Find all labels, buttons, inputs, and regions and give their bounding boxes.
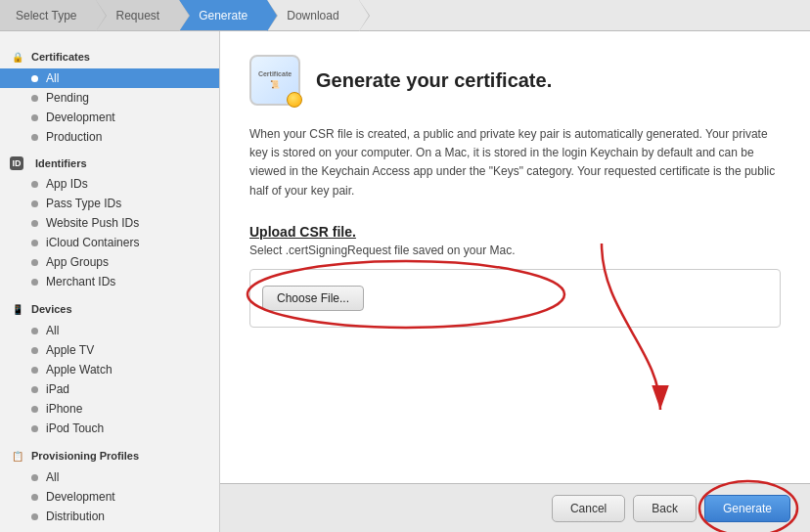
sidebar-item-development[interactable]: Development xyxy=(0,108,219,127)
sidebar-item-devices-all[interactable]: All xyxy=(0,321,219,340)
sidebar-item-label: Pass Type IDs xyxy=(46,197,121,210)
sidebar-item-label: Production xyxy=(46,130,102,144)
choose-file-button[interactable]: Choose File... xyxy=(262,286,364,311)
item-dot xyxy=(31,181,38,188)
sidebar-item-label: iCloud Containers xyxy=(46,236,139,249)
identifiers-icon: ID xyxy=(10,156,23,170)
sidebar-item-label: iPhone xyxy=(46,402,82,416)
file-upload-box: Choose File... xyxy=(249,269,781,328)
cert-badge xyxy=(287,92,302,108)
cert-icon-text: Certificate 📜 xyxy=(258,70,292,90)
sidebar-item-ipodtouch[interactable]: iPod Touch xyxy=(0,419,219,438)
sidebar-item-label: Apple Watch xyxy=(46,363,112,377)
sidebar-item-label: All xyxy=(46,324,59,337)
sidebar-item-passtypeids[interactable]: Pass Type IDs xyxy=(0,194,219,213)
certificate-icon: Certificate 📜 xyxy=(249,55,300,106)
item-dot xyxy=(31,513,38,520)
provisioning-icon: 📋 xyxy=(10,448,25,464)
generate-description: When your CSR file is created, a public … xyxy=(249,125,781,200)
sidebar-section-provisioning: 📋 Provisioning Profiles xyxy=(0,442,219,467)
item-dot xyxy=(31,75,38,82)
item-dot xyxy=(31,425,38,432)
sidebar-item-label: Website Push IDs xyxy=(46,216,139,230)
item-dot xyxy=(31,347,38,354)
sidebar-item-label: Distribution xyxy=(46,510,105,523)
sidebar-item-label: Development xyxy=(46,490,115,504)
item-dot xyxy=(31,386,38,393)
sidebar-item-label: iPad xyxy=(46,382,69,396)
sidebar-item-websitepushids[interactable]: Website Push IDs xyxy=(0,213,219,233)
sidebar-item-pending[interactable]: Pending xyxy=(0,88,219,108)
main-layout: 🔒 Certificates All Pending Development P… xyxy=(0,31,810,532)
wizard-step-label: Select Type xyxy=(16,9,76,22)
back-button[interactable]: Back xyxy=(633,495,697,522)
sidebar-item-appids[interactable]: App IDs xyxy=(0,174,219,194)
sidebar-item-merchantids[interactable]: Merchant IDs xyxy=(0,272,219,291)
sidebar-item-label: App IDs xyxy=(46,177,88,191)
sidebar-item-appletv[interactable]: Apple TV xyxy=(0,340,219,360)
sidebar-item-label: Pending xyxy=(46,91,89,105)
sidebar-item-label: All xyxy=(46,71,59,85)
sidebar-section-label: Provisioning Profiles xyxy=(31,450,139,462)
sidebar-section-label: Devices xyxy=(31,303,72,315)
item-dot xyxy=(31,240,38,246)
sidebar-item-label: App Groups xyxy=(46,255,109,269)
item-dot xyxy=(31,279,38,286)
generate-header: Certificate 📜 Generate your certificate. xyxy=(249,55,781,106)
item-dot xyxy=(31,200,38,207)
sidebar-item-production[interactable]: Production xyxy=(0,127,219,147)
upload-section-title: Upload CSR file. xyxy=(249,224,781,240)
sidebar-section-certificates: 🔒 Certificates xyxy=(0,43,219,68)
wizard-step-generate[interactable]: Generate xyxy=(179,0,267,30)
sidebar-item-ipad[interactable]: iPad xyxy=(0,379,219,399)
item-dot xyxy=(31,474,38,481)
item-dot xyxy=(31,406,38,413)
sidebar-item-label: Apple TV xyxy=(46,343,94,357)
wizard-step-request[interactable]: Request xyxy=(96,0,179,30)
item-dot xyxy=(31,259,38,266)
wizard-step-label: Generate xyxy=(199,9,248,22)
sidebar-item-profiles-distribution[interactable]: Distribution xyxy=(0,507,219,526)
sidebar-section-devices: 📱 Devices xyxy=(0,295,219,321)
page-title: Generate your certificate. xyxy=(316,69,552,92)
sidebar-section-label: Identifiers xyxy=(35,157,87,169)
sidebar: 🔒 Certificates All Pending Development P… xyxy=(0,31,220,532)
sidebar-item-profiles-all[interactable]: All xyxy=(0,467,219,487)
certificates-icon: 🔒 xyxy=(10,49,25,65)
generate-button[interactable]: Generate xyxy=(704,495,790,522)
item-dot xyxy=(31,95,38,102)
item-dot xyxy=(31,328,38,334)
item-dot xyxy=(31,114,38,121)
item-dot xyxy=(31,367,38,374)
sidebar-item-label: Merchant IDs xyxy=(46,275,115,288)
bottom-bar: Cancel Back Generate xyxy=(220,483,810,532)
content-area: Certificate 📜 Generate your certificate.… xyxy=(220,31,810,532)
wizard-step-label: Download xyxy=(287,9,338,22)
cancel-button[interactable]: Cancel xyxy=(552,495,625,522)
sidebar-item-iphone[interactable]: iPhone xyxy=(0,399,219,419)
item-dot xyxy=(31,220,38,227)
sidebar-item-label: Development xyxy=(46,111,115,124)
sidebar-item-profiles-development[interactable]: Development xyxy=(0,487,219,507)
sidebar-item-applewatch[interactable]: Apple Watch xyxy=(0,360,219,379)
sidebar-item-label: All xyxy=(46,470,59,484)
wizard-step-download[interactable]: Download xyxy=(267,0,358,30)
wizard-bar: Select Type Request Generate Download xyxy=(0,0,810,31)
wizard-step-label: Request xyxy=(115,9,159,22)
sidebar-item-all[interactable]: All xyxy=(0,68,219,88)
content-scroll: Certificate 📜 Generate your certificate.… xyxy=(220,31,810,483)
sidebar-item-icloudcontainers[interactable]: iCloud Containers xyxy=(0,233,219,252)
sidebar-section-label: Certificates xyxy=(31,51,90,63)
upload-section-subtitle: Select .certSigningRequest file saved on… xyxy=(249,244,781,257)
sidebar-section-identifiers: ID Identifiers xyxy=(0,151,219,174)
devices-icon: 📱 xyxy=(10,301,25,317)
sidebar-item-appgroups[interactable]: App Groups xyxy=(0,252,219,272)
item-dot xyxy=(31,134,38,141)
sidebar-item-label: iPod Touch xyxy=(46,421,104,435)
wizard-step-select-type[interactable]: Select Type xyxy=(0,0,96,30)
upload-section: Upload CSR file. Select .certSigningRequ… xyxy=(249,224,781,332)
item-dot xyxy=(31,494,38,501)
